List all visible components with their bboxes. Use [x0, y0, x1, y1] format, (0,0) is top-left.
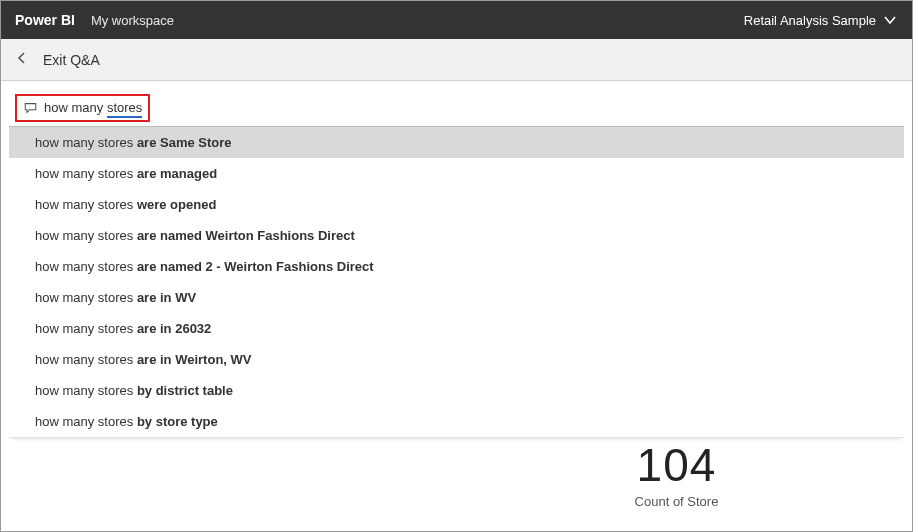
report-switcher[interactable]: Retail Analysis Sample: [744, 12, 898, 28]
chevron-down-icon: [882, 12, 898, 28]
exit-qna-link[interactable]: Exit Q&A: [43, 52, 100, 68]
back-icon[interactable]: [15, 51, 29, 69]
qna-input-text: how many stores: [44, 100, 142, 115]
qna-input-row[interactable]: how many stores: [9, 89, 904, 127]
brand-label: Power BI: [15, 12, 75, 28]
qna-toolbar: Exit Q&A: [1, 39, 912, 81]
suggestion-item[interactable]: how many stores by store type: [9, 406, 904, 437]
app-header: Power BI My workspace Retail Analysis Sa…: [1, 1, 912, 39]
suggestion-list: how many stores are Same Store how many …: [9, 127, 904, 438]
suggestion-item[interactable]: how many stores are in Weirton, WV: [9, 344, 904, 375]
suggestion-item[interactable]: how many stores are named 2 - Weirton Fa…: [9, 251, 904, 282]
qna-term: stores: [107, 100, 142, 118]
result-area: 104 Count of Store: [0, 438, 913, 510]
suggestion-item[interactable]: how many stores are managed: [9, 158, 904, 189]
suggestion-item[interactable]: how many stores are in 26032: [9, 313, 904, 344]
result-value: 104: [635, 438, 719, 492]
suggestion-item[interactable]: how many stores are Same Store: [9, 127, 904, 158]
suggestion-item[interactable]: how many stores are named Weirton Fashio…: [9, 220, 904, 251]
chat-icon: [23, 101, 38, 115]
header-left: Power BI My workspace: [15, 12, 174, 28]
qna-prefix: how many: [44, 100, 107, 115]
report-name: Retail Analysis Sample: [744, 13, 876, 28]
qna-input-highlight: how many stores: [15, 94, 150, 122]
result-label: Count of Store: [635, 494, 719, 509]
qna-area: how many stores how many stores are Same…: [1, 89, 912, 438]
workspace-link[interactable]: My workspace: [91, 13, 174, 28]
suggestion-item[interactable]: how many stores were opened: [9, 189, 904, 220]
suggestion-item[interactable]: how many stores by district table: [9, 375, 904, 406]
suggestion-item[interactable]: how many stores are in WV: [9, 282, 904, 313]
